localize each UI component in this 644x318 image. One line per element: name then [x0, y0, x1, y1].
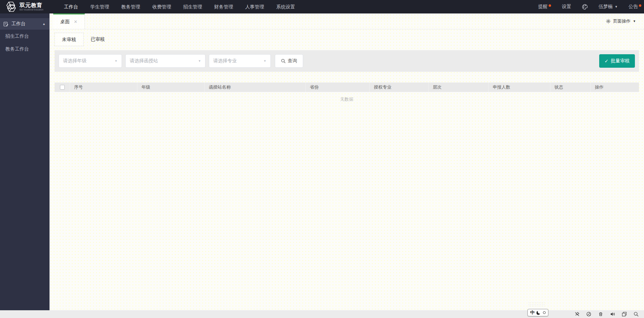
station-select-placeholder: 请选择函授站 [130, 58, 158, 64]
chevron-down-icon: ▼ [198, 59, 201, 63]
logo-title: 双元教育 [20, 2, 46, 8]
tab-desktop-label: 桌面 [60, 19, 70, 25]
app-logo: 双元教育 BSI Vocational Education [0, 1, 50, 12]
gear-icon [606, 19, 611, 24]
menu-item-settings[interactable]: 系统设置 [270, 0, 301, 13]
filter-bar: 请选择年级 ▼ 请选择函授站 ▼ 请选择专业 ▼ [55, 50, 639, 72]
grade-select-placeholder: 请选择年级 [63, 58, 87, 64]
col-header-applicants: 申报人数 [489, 83, 550, 92]
search-icon [281, 59, 286, 63]
sidebar-group-workbench[interactable]: 工作台 ▲ [0, 18, 50, 30]
user-menu[interactable]: 伍梦楠 ▼ [599, 4, 618, 10]
remind-link[interactable]: 提醒 [538, 4, 551, 10]
notice-label: 公告 [629, 4, 638, 9]
search-button[interactable]: 查询 [275, 54, 303, 68]
sidebar-item-enroll-workbench[interactable]: 招生工作台 [0, 30, 50, 42]
workbench-icon [3, 22, 8, 27]
settings-link[interactable]: 设置 [562, 4, 571, 10]
tab-reviewed[interactable]: 已审核 [84, 33, 112, 46]
speaker-icon[interactable] [610, 312, 615, 317]
sidebar: 工作台 ▲ 招生工作台 教务工作台 [0, 13, 50, 310]
table-header-row: 序号 年级 函授站名称 省份 授权专业 层次 申报人数 状态 操作 [55, 83, 639, 92]
sidebar-group-label: 工作台 [11, 21, 26, 27]
review-table: 序号 年级 函授站名称 省份 授权专业 层次 申报人数 状态 操作 无数据 [55, 83, 639, 107]
col-header-actions: 操作 [591, 83, 639, 92]
batch-review-button[interactable]: ✓ 批量审核 [599, 54, 635, 68]
review-panel: 未审核 已审核 请选择年级 ▼ 请选择函授站 ▼ 请选择专业 ▼ [50, 29, 644, 310]
menu-item-academic[interactable]: 教务管理 [115, 0, 146, 13]
grade-select[interactable]: 请选择年级 ▼ [59, 54, 122, 68]
moon-icon [537, 311, 541, 315]
review-subtabs: 未审核 已审核 [55, 33, 639, 46]
chevron-down-icon: ▼ [115, 59, 118, 63]
col-header-grade: 年级 [137, 83, 205, 92]
check-icon: ✓ [605, 58, 609, 64]
col-header-index: 序号 [70, 83, 137, 92]
tab-desktop[interactable]: 桌面 ✕ [53, 13, 85, 29]
col-header-station: 函授站名称 [205, 83, 306, 92]
select-all-checkbox[interactable] [60, 85, 65, 90]
major-select[interactable]: 请选择专业 ▼ [209, 54, 271, 68]
sidebar-item-academic-workbench[interactable]: 教务工作台 [0, 42, 50, 55]
menu-item-students[interactable]: 学生管理 [84, 0, 115, 13]
chevron-down-icon: ▼ [263, 59, 266, 63]
main-menu: 工作台 学生管理 教务管理 收费管理 招生管理 财务管理 人事管理 系统设置 [58, 0, 301, 13]
notice-link[interactable]: 公告 [629, 4, 641, 10]
major-select-placeholder: 请选择专业 [213, 58, 237, 64]
tab-unreviewed[interactable]: 未审核 [55, 33, 84, 46]
remind-badge-dot [549, 4, 551, 7]
logo-subtitle: BSI Vocational Education [20, 8, 43, 11]
pin-icon[interactable] [575, 312, 580, 317]
navbar-right: 提醒 设置 伍梦楠 ▼ 公告 [538, 4, 644, 10]
tab-strip: 桌面 ✕ 页面操作 ▼ [50, 13, 644, 29]
ime-lang-label: 中 [530, 310, 535, 316]
menu-item-enrollment[interactable]: 招生管理 [177, 0, 208, 13]
col-header-major: 授权专业 [370, 83, 429, 92]
col-header-level: 层次 [429, 83, 489, 92]
select-all-cell [55, 83, 70, 92]
chevron-up-icon: ▲ [42, 22, 45, 26]
ime-indicator[interactable]: 中 [527, 309, 548, 316]
station-select[interactable]: 请选择函授站 ▼ [125, 54, 205, 68]
main-layout: 工作台 ▲ 招生工作台 教务工作台 桌面 ✕ 页面操作 ▼ [0, 13, 644, 310]
col-header-status: 状态 [550, 83, 591, 92]
theme-palette-icon[interactable] [582, 4, 588, 10]
notice-badge-dot [639, 4, 641, 7]
close-icon[interactable]: ✕ [74, 19, 77, 24]
ime-drag-dots [528, 302, 546, 307]
page-actions-button[interactable]: 页面操作 ▼ [606, 13, 644, 29]
chevron-down-icon: ▼ [633, 20, 636, 23]
search-icon[interactable] [634, 312, 639, 317]
page-actions-label: 页面操作 [613, 18, 631, 24]
top-navbar: 双元教育 BSI Vocational Education 工作台 学生管理 教… [0, 0, 644, 13]
empty-table-message: 无数据 [55, 92, 639, 107]
logo-cube-icon [5, 1, 17, 12]
username: 伍梦楠 [599, 4, 613, 10]
chevron-down-icon: ▼ [615, 5, 618, 8]
batch-review-label: 批量审核 [611, 58, 630, 64]
menu-item-finance[interactable]: 财务管理 [208, 0, 239, 13]
content-area: 桌面 ✕ 页面操作 ▼ 未审核 已审核 [50, 13, 644, 310]
menu-item-hr[interactable]: 人事管理 [239, 0, 270, 13]
search-button-label: 查询 [288, 58, 297, 64]
trash-icon[interactable] [598, 312, 603, 317]
circle-icon [543, 311, 546, 314]
remind-label: 提醒 [538, 4, 548, 9]
compose-icon[interactable] [586, 312, 591, 317]
menu-item-fees[interactable]: 收费管理 [146, 0, 177, 13]
menu-item-workbench[interactable]: 工作台 [58, 0, 84, 13]
col-header-province: 省份 [306, 83, 370, 92]
windows-icon[interactable] [622, 312, 627, 317]
